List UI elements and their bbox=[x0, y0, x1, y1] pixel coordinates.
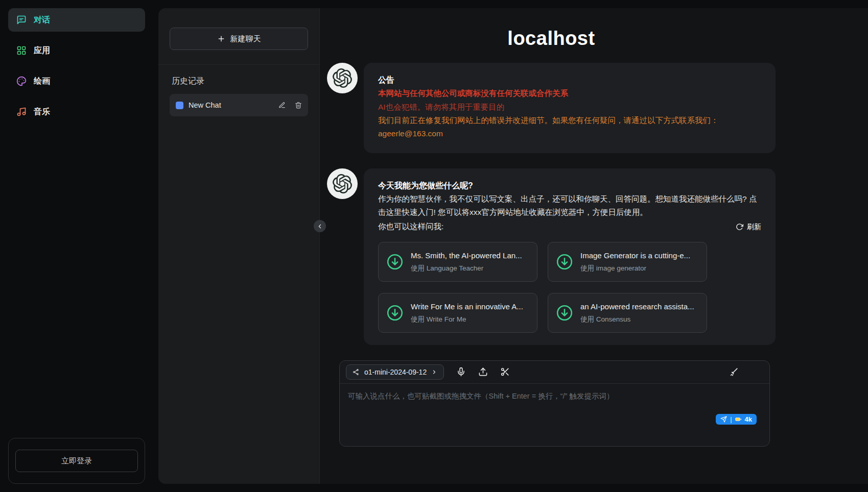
upload-icon[interactable] bbox=[478, 367, 488, 377]
install-circle-icon bbox=[386, 253, 404, 271]
suggestion-title: Write For Me is an innovative A... bbox=[411, 302, 523, 312]
refresh-icon bbox=[736, 223, 743, 231]
message-input[interactable] bbox=[348, 391, 761, 425]
model-name: o1-mini-2024-09-12 bbox=[364, 368, 427, 376]
sidebar-item-label: 对话 bbox=[34, 15, 50, 26]
new-chat-button[interactable]: 新建聊天 bbox=[170, 28, 308, 50]
welcome-bubble: 今天我能为您做些什么呢? 作为你的智慧伙伴，我不仅可以写文案、出点子，还可以和你… bbox=[364, 168, 776, 345]
blue-square-icon bbox=[176, 102, 183, 109]
assistant-avatar bbox=[327, 168, 358, 199]
suggestion-card[interactable]: Write For Me is an innovative A... 使用 Wr… bbox=[378, 293, 537, 333]
install-circle-icon bbox=[555, 304, 574, 322]
suggestion-title: an AI-powered research assista... bbox=[580, 302, 694, 312]
welcome-body: 作为你的智慧伙伴，我不仅可以写文案、出点子，还可以和你聊天、回答问题。想知道我还… bbox=[378, 192, 761, 219]
message-welcome: 今天我能为您做些什么呢? 作为你的智慧伙伴，我不仅可以写文案、出点子，还可以和你… bbox=[327, 168, 776, 345]
announcement-line: 本网站与任何其他公司或商标没有任何关联或合作关系 bbox=[378, 87, 761, 100]
install-circle-icon bbox=[555, 253, 574, 271]
divider bbox=[158, 64, 319, 65]
welcome-heading: 今天我能为您做些什么呢? bbox=[378, 179, 761, 192]
chat-item-title: New Chat bbox=[189, 101, 269, 109]
send-icon bbox=[720, 416, 727, 423]
refresh-button[interactable]: 刷新 bbox=[736, 221, 761, 233]
sidebar-item-apps[interactable]: 应用 bbox=[8, 39, 145, 62]
suggestion-title: Ms. Smith, the AI-powered Lan... bbox=[411, 251, 522, 261]
sidebar-item-label: 音乐 bbox=[34, 107, 50, 117]
suggestion-subtitle: 使用 image generator bbox=[580, 264, 690, 273]
broom-clear-icon[interactable] bbox=[729, 367, 739, 377]
suggestion-card[interactable]: Image Generator is a cutting-e... 使用 ima… bbox=[548, 242, 707, 282]
edit-icon[interactable] bbox=[278, 102, 286, 109]
page-title: localhost bbox=[327, 28, 776, 50]
announcement-line: 我们目前正在修复我们网站上的错误并改进细节。如果您有任何疑问，请通过以下方式联系… bbox=[378, 114, 761, 127]
scissors-icon[interactable] bbox=[500, 367, 510, 377]
chevron-left-icon bbox=[317, 223, 323, 230]
trash-icon[interactable] bbox=[295, 102, 302, 109]
sidebar-item-drawing[interactable]: 绘画 bbox=[8, 69, 145, 93]
apps-grid-icon bbox=[16, 45, 27, 56]
refresh-label: 刷新 bbox=[747, 221, 761, 233]
music-note-icon bbox=[16, 107, 27, 117]
workspace: 新建聊天 历史记录 New Chat localhost bbox=[158, 8, 868, 484]
token-send-badge[interactable]: | 4k bbox=[716, 414, 757, 425]
main-chat-area: localhost 公告 本网站与任何其他公司或商标没有任何关联或合作关系 AI… bbox=[320, 8, 868, 484]
mic-icon[interactable] bbox=[456, 367, 466, 377]
chat-list-panel: 新建聊天 历史记录 New Chat bbox=[158, 8, 320, 484]
model-nodes-icon bbox=[353, 368, 360, 376]
install-circle-icon bbox=[386, 304, 404, 322]
token-count: 4k bbox=[745, 415, 752, 423]
openai-logo-icon bbox=[333, 174, 352, 193]
sidebar-item-label: 绘画 bbox=[34, 76, 50, 87]
chat-history-item[interactable]: New Chat bbox=[170, 94, 308, 116]
announcement-heading: 公告 bbox=[378, 73, 761, 87]
announcement-line: AI也会犯错。请勿将其用于重要目的 bbox=[378, 101, 761, 114]
suggestion-subtitle: 使用 Write For Me bbox=[411, 315, 523, 324]
badge-divider: | bbox=[730, 415, 732, 423]
battery-icon bbox=[735, 416, 742, 423]
suggestion-grid: Ms. Smith, the AI-powered Lan... 使用 Lang… bbox=[378, 242, 761, 333]
suggestion-title: Image Generator is a cutting-e... bbox=[580, 251, 690, 261]
palette-icon bbox=[16, 76, 27, 86]
sidebar-login-card: 立即登录 bbox=[8, 438, 145, 484]
sidebar-item-music[interactable]: 音乐 bbox=[8, 100, 145, 124]
suggestion-card[interactable]: Ms. Smith, the AI-powered Lan... 使用 Lang… bbox=[378, 242, 537, 282]
suggestion-subtitle: 使用 Language Teacher bbox=[411, 264, 522, 273]
contact-email-link[interactable]: ageerle@163.com bbox=[378, 129, 443, 138]
assistant-avatar bbox=[327, 63, 358, 93]
announcement-bubble: 公告 本网站与任何其他公司或商标没有任何关联或合作关系 AI也会犯错。请勿将其用… bbox=[364, 63, 776, 153]
sidebar-item-chat[interactable]: 对话 bbox=[8, 8, 145, 32]
suggestion-card[interactable]: an AI-powered research assista... 使用 Con… bbox=[548, 293, 707, 333]
new-chat-label: 新建聊天 bbox=[230, 34, 261, 44]
openai-logo-icon bbox=[333, 68, 352, 88]
sidebar: 对话 应用 绘画 音乐 立即登录 bbox=[0, 0, 153, 492]
model-selector[interactable]: o1-mini-2024-09-12 bbox=[346, 364, 444, 380]
message-announcement: 公告 本网站与任何其他公司或商标没有任何关联或合作关系 AI也会犯错。请勿将其用… bbox=[327, 63, 776, 153]
chat-icon bbox=[16, 15, 27, 25]
suggestion-subtitle: 使用 Consensus bbox=[580, 315, 694, 324]
plus-icon bbox=[217, 35, 225, 43]
collapse-panel-button[interactable] bbox=[314, 220, 326, 232]
composer: o1-mini-2024-09-12 bbox=[339, 360, 770, 447]
sidebar-item-label: 应用 bbox=[34, 45, 50, 56]
login-button[interactable]: 立即登录 bbox=[15, 450, 138, 472]
ask-hint: 你也可以这样问我: bbox=[378, 220, 443, 233]
history-title: 历史记录 bbox=[172, 76, 308, 87]
chevron-right-icon bbox=[431, 369, 437, 375]
